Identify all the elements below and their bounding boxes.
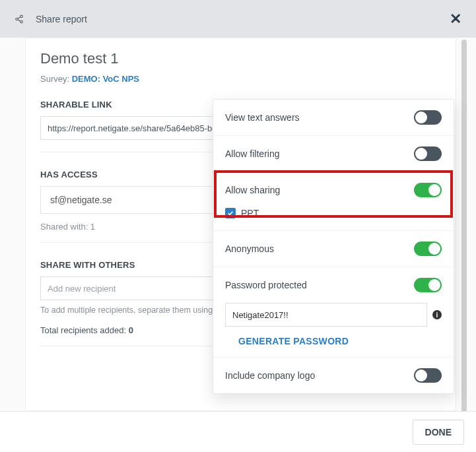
survey-label: Survey: [40,74,69,84]
ppt-checkbox-row[interactable]: PPT [225,208,442,222]
svg-point-0 [20,15,23,18]
svg-point-1 [16,18,18,20]
password-field-row: i [213,303,454,336]
svg-point-2 [20,20,23,23]
setting-label: Include company logo [225,370,315,381]
toggle-allow-filtering[interactable] [414,146,442,161]
scrollbar[interactable] [461,40,467,422]
setting-allow-filtering: Allow filtering [213,136,454,172]
link-settings-popover: View text answers Allow filtering Allow … [213,99,454,394]
toggle-password-protected[interactable] [414,278,442,292]
toggle-include-company-logo[interactable] [414,368,442,383]
ppt-label: PPT [241,208,259,218]
close-icon[interactable]: ✕ [450,11,461,28]
toggle-view-text-answers[interactable] [414,110,442,125]
allow-sharing-sub: PPT [213,208,454,231]
report-title: Demo test 1 [40,50,454,67]
setting-allow-sharing: Allow sharing [213,172,454,208]
svg-line-3 [18,16,20,18]
info-icon[interactable]: i [432,310,442,319]
generate-password-link[interactable]: GENERATE PASSWORD [238,336,349,346]
setting-label: View text answers [225,112,300,123]
password-input[interactable] [225,303,427,327]
setting-password-protected: Password protected [213,267,454,303]
setting-label: Allow sharing [225,185,280,195]
setting-label: Password protected [225,280,307,290]
toggle-allow-sharing[interactable] [414,183,442,197]
toggle-anonymous[interactable] [414,242,442,256]
setting-label: Allow filtering [225,148,279,159]
access-email: sf@netigate.se [50,195,112,205]
share-icon [15,15,24,24]
setting-view-text-answers: View text answers [213,100,454,136]
done-button[interactable]: DONE [413,420,464,445]
setting-include-company-logo: Include company logo [213,358,454,393]
svg-line-4 [18,19,20,20]
dialog-title: Share report [36,14,87,24]
setting-anonymous: Anonymous [213,231,454,267]
checkbox-checked-icon [225,208,236,218]
setting-label: Anonymous [225,243,274,254]
dialog-footer: DONE [0,411,476,452]
survey-link[interactable]: DEMO: VoC NPS [72,74,139,84]
survey-line: Survey: DEMO: VoC NPS [40,74,454,84]
dialog-header: Share report ✕ [0,0,476,38]
